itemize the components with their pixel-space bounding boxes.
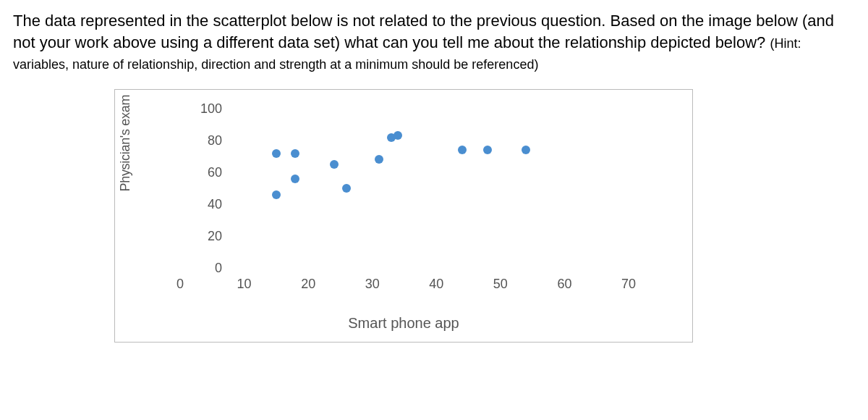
- data-point: [330, 160, 339, 169]
- data-point: [291, 149, 299, 158]
- y-tick: 40: [193, 197, 222, 212]
- x-tick: 50: [493, 277, 508, 292]
- data-point: [522, 146, 530, 154]
- y-tick: 20: [193, 229, 222, 244]
- y-axis-label: Physician's exam: [118, 95, 133, 192]
- data-point: [291, 175, 299, 183]
- x-tick: 40: [429, 277, 443, 292]
- data-point: [272, 190, 281, 199]
- y-tick: 100: [193, 101, 222, 117]
- scatterplot: Physician's exam 02040608010001020304050…: [114, 89, 693, 343]
- plot-area: 020406080100010203040506070: [173, 109, 665, 297]
- data-point: [393, 131, 402, 140]
- x-tick: 60: [557, 277, 571, 292]
- y-tick: 0: [193, 261, 222, 276]
- x-tick: 70: [621, 277, 636, 292]
- data-point: [272, 149, 281, 158]
- data-point: [483, 146, 492, 154]
- question-text: The data represented in the scatterplot …: [13, 10, 855, 75]
- data-point: [342, 184, 351, 193]
- x-tick: 20: [301, 277, 315, 292]
- y-tick: 80: [193, 133, 222, 148]
- x-tick: 0: [176, 277, 184, 292]
- x-tick: 10: [237, 277, 252, 292]
- x-tick: 30: [365, 277, 380, 292]
- x-axis-label: Smart phone app: [115, 315, 692, 332]
- data-point: [375, 155, 383, 164]
- question-main: The data represented in the scatterplot …: [13, 12, 834, 51]
- data-point: [458, 146, 467, 154]
- y-tick: 60: [193, 165, 222, 180]
